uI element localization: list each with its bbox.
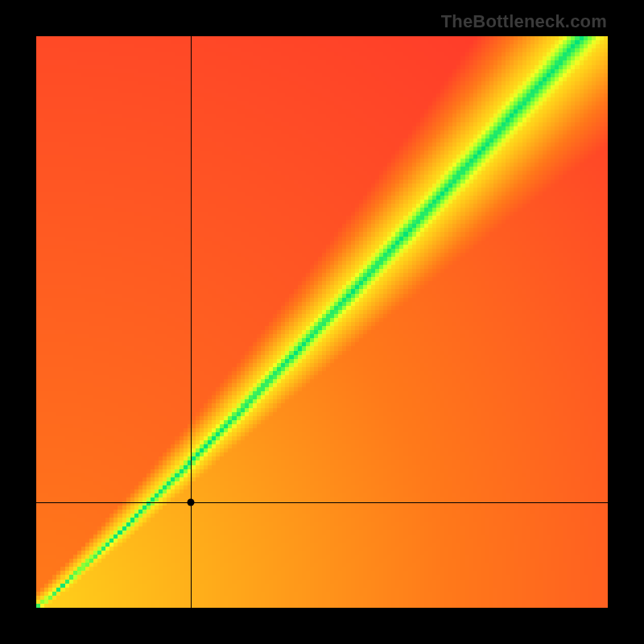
chart-frame: TheBottleneck.com [0, 0, 644, 644]
crosshair-vertical [191, 36, 192, 608]
bottleneck-heatmap [36, 36, 608, 608]
selection-marker [187, 498, 194, 506]
watermark-text: TheBottleneck.com [441, 11, 607, 32]
plot-area [36, 36, 608, 608]
crosshair-horizontal [36, 502, 608, 503]
